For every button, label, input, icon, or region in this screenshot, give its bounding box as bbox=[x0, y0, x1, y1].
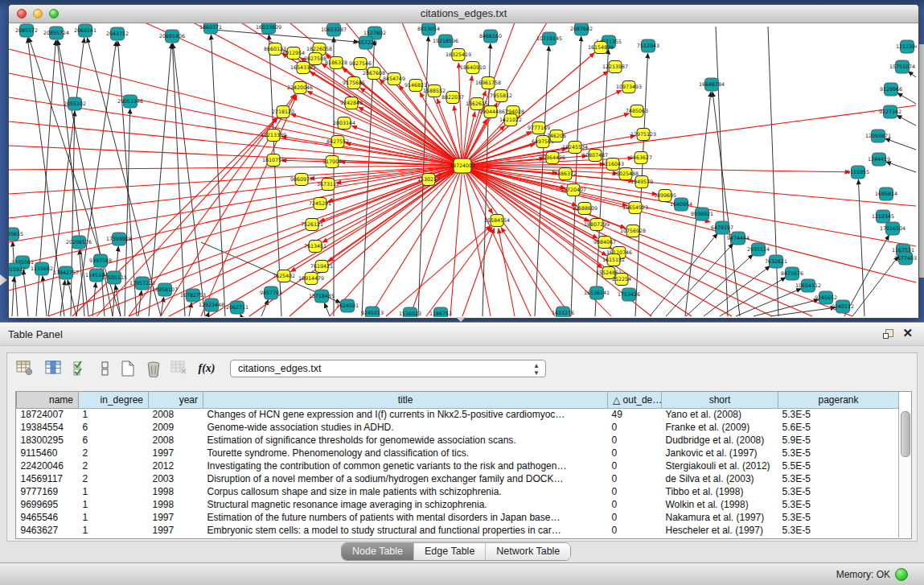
column-header-in_degree[interactable]: in_degree bbox=[79, 392, 149, 408]
graph-edge[interactable] bbox=[9, 73, 462, 166]
graph-node[interactable]: 9463627 bbox=[630, 152, 652, 164]
graph-node[interactable]: 7526121 bbox=[301, 219, 323, 231]
graph-edge[interactable] bbox=[462, 228, 495, 316]
column-header-year[interactable]: year bbox=[149, 392, 203, 408]
graph-node[interactable]: 19654923 bbox=[622, 202, 648, 214]
graph-node[interactable]: 15751074 bbox=[889, 60, 915, 73]
graph-node[interactable]: 8186328 bbox=[325, 57, 347, 69]
graph-node[interactable]: 12093871 bbox=[865, 130, 891, 142]
graph-node[interactable]: 2803144 bbox=[333, 117, 355, 130]
table-row[interactable]: 1938455462009Genome-wide association stu… bbox=[17, 421, 899, 434]
network-window[interactable]: citations_edges.txt 18724007208557220855… bbox=[8, 4, 919, 319]
graph-edge[interactable] bbox=[328, 166, 462, 262]
graph-node[interactable]: 1538023 bbox=[399, 307, 421, 317]
table-row[interactable]: 2242004622012Investigating the contribut… bbox=[17, 459, 899, 472]
graph-node[interactable]: 20691406 bbox=[159, 30, 185, 43]
graph-edge[interactable] bbox=[462, 166, 916, 282]
graph-edge[interactable] bbox=[886, 162, 916, 172]
float-panel-icon[interactable] bbox=[883, 329, 893, 339]
graph-node[interactable]: 16136141 bbox=[584, 286, 610, 299]
graph-node[interactable]: 16648784 bbox=[699, 78, 725, 91]
graph-edge[interactable] bbox=[193, 23, 462, 166]
graph-node[interactable]: 18640910 bbox=[460, 62, 486, 74]
graph-node[interactable]: 8813054 bbox=[417, 23, 440, 35]
graph-node[interactable]: 7512043 bbox=[637, 39, 659, 52]
table-row[interactable]: 1830029562008Estimation of significance … bbox=[17, 434, 899, 447]
column-header-pagerank[interactable]: pagerank bbox=[778, 392, 899, 408]
table-scrollbar[interactable] bbox=[898, 409, 911, 538]
graph-edge[interactable] bbox=[43, 276, 47, 316]
network-view-canvas[interactable]: 1872400720855722085572420691412043712206… bbox=[9, 23, 917, 317]
graph-edge[interactable] bbox=[501, 228, 555, 316]
graph-node[interactable]: 18325419 bbox=[446, 49, 471, 61]
graph-edge[interactable] bbox=[68, 280, 76, 316]
graph-edge[interactable] bbox=[97, 117, 277, 316]
graph-node[interactable]: 1624501 bbox=[336, 299, 359, 312]
graph-node[interactable]: 2069141 bbox=[74, 24, 97, 37]
graph-node[interactable]: 9240112 bbox=[832, 300, 854, 313]
new-column-button[interactable] bbox=[117, 358, 139, 379]
table-row[interactable]: 946362711997Embryonic stem cells: a mode… bbox=[17, 524, 899, 537]
graph-edge[interactable] bbox=[240, 314, 241, 316]
graph-node[interactable]: 1695814 bbox=[875, 187, 897, 200]
graph-node[interactable]: 9899695 bbox=[654, 190, 676, 202]
close-window-button[interactable] bbox=[17, 9, 27, 19]
table-row[interactable]: 1456911722003Disruption of a novel membe… bbox=[17, 472, 899, 485]
table-scrollbar-thumb[interactable] bbox=[901, 411, 910, 457]
graph-node[interactable]: 9115955 bbox=[847, 166, 869, 179]
graph-node[interactable]: 8454749 bbox=[383, 73, 405, 85]
graph-node[interactable]: 15718485 bbox=[309, 290, 335, 303]
graph-node[interactable]: 1640954 bbox=[670, 198, 692, 211]
graph-node[interactable]: 7955812 bbox=[490, 90, 512, 102]
graph-node[interactable]: 10653287 bbox=[321, 23, 347, 36]
graph-edge[interactable] bbox=[9, 122, 462, 166]
close-panel-icon[interactable]: ✕ bbox=[902, 327, 913, 340]
graph-edge[interactable] bbox=[9, 166, 462, 170]
graph-node[interactable]: 2620655 bbox=[9, 228, 23, 241]
graph-edge[interactable] bbox=[115, 285, 121, 316]
column-header-short[interactable]: short bbox=[662, 392, 778, 408]
memory-status-button[interactable] bbox=[895, 568, 908, 581]
graph-edge[interactable] bbox=[145, 23, 462, 166]
graph-node[interactable]: 15584554 bbox=[484, 215, 510, 227]
column-header-name[interactable]: name bbox=[17, 392, 79, 408]
graph-edge[interactable] bbox=[172, 43, 185, 316]
graph-node[interactable]: 29053346 bbox=[117, 95, 143, 108]
graph-node[interactable]: 1115682 bbox=[31, 262, 53, 275]
graph-edge[interactable] bbox=[209, 166, 462, 316]
graph-node[interactable]: 16033809 bbox=[256, 23, 281, 34]
graph-node[interactable]: 2867608 bbox=[363, 68, 385, 80]
graph-edge[interactable] bbox=[462, 105, 916, 166]
graph-node[interactable]: 12975123 bbox=[630, 129, 656, 141]
graph-node[interactable]: 1210345 bbox=[872, 210, 894, 223]
graph-node[interactable]: 1810755 bbox=[262, 154, 285, 167]
graph-node[interactable]: 9827546 bbox=[349, 58, 372, 70]
column-visibility-button[interactable] bbox=[43, 358, 65, 379]
table-row[interactable]: 911546021997Tourette syndrome. Phenomeno… bbox=[17, 447, 899, 459]
graph-edge[interactable] bbox=[499, 229, 515, 316]
graph-edge[interactable] bbox=[650, 233, 717, 316]
graph-edge[interactable] bbox=[9, 166, 462, 194]
graph-node[interactable]: 16914479 bbox=[298, 273, 324, 285]
table-row[interactable]: 1872400712008Changes of HCN gene express… bbox=[17, 408, 899, 421]
graph-node[interactable]: 2062711 bbox=[226, 301, 248, 314]
graph-edge[interactable] bbox=[13, 241, 18, 316]
graph-edge[interactable] bbox=[686, 254, 753, 316]
graph-node[interactable]: 2043712 bbox=[106, 27, 129, 40]
graph-edge[interactable] bbox=[852, 256, 899, 316]
graph-node[interactable]: 2085572 bbox=[15, 24, 38, 37]
delete-column-button[interactable] bbox=[142, 358, 165, 379]
graph-edge[interactable] bbox=[768, 27, 778, 316]
row-options-button[interactable] bbox=[94, 358, 117, 379]
graph-edge[interactable] bbox=[324, 303, 330, 316]
graph-edge[interactable] bbox=[450, 166, 462, 316]
graph-node[interactable]: 12213987 bbox=[602, 61, 628, 73]
graph-edge[interactable] bbox=[161, 95, 296, 316]
tab-node-table[interactable]: Node Table bbox=[342, 543, 413, 560]
graph-node[interactable]: 20855724 bbox=[43, 27, 69, 39]
graph-node[interactable]: 7632621 bbox=[765, 255, 787, 268]
graph-edge[interactable] bbox=[897, 115, 916, 126]
table-selector-dropdown[interactable]: citations_edges.txt ▲▼ bbox=[230, 360, 546, 377]
zoom-window-button[interactable] bbox=[49, 9, 59, 19]
window-titlebar[interactable]: citations_edges.txt bbox=[9, 5, 918, 23]
